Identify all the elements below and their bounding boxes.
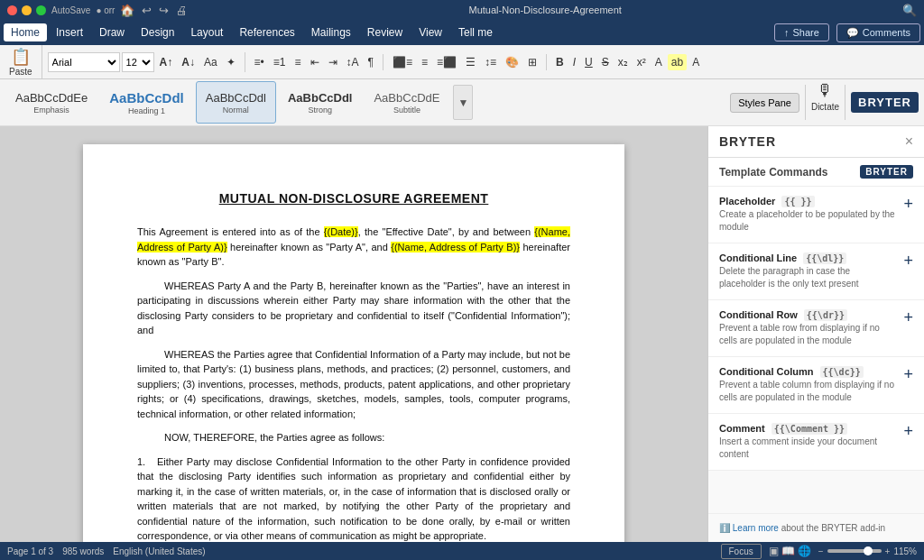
decrease-indent-button[interactable]: ⇤ <box>307 54 323 70</box>
text-effects-button[interactable]: A <box>688 54 703 70</box>
styles-pane-button[interactable]: Styles Pane <box>730 93 799 113</box>
font-size-select[interactable]: 12 <box>122 52 154 72</box>
change-case-button[interactable]: Aa <box>200 54 221 70</box>
document-page[interactable]: MUTUAL NON-DISCLOSURE AGREEMENT This Agr… <box>83 144 624 542</box>
grow-font-button[interactable]: A↑ <box>156 54 177 70</box>
menu-item-tell-me[interactable]: Tell me <box>451 23 500 41</box>
underline-button[interactable]: U <box>581 54 596 70</box>
paragraph-0: This Agreement is entered into as of the… <box>137 225 570 270</box>
subtitle-preview: AaBbCcDdE <box>374 91 439 105</box>
italic-button[interactable]: I <box>569 54 579 70</box>
style-strong[interactable]: AaBbCcDdl Strong <box>278 81 363 124</box>
heading1-preview: AaBbCcDdl <box>109 90 184 106</box>
page-count: Page 1 of 3 <box>7 546 53 556</box>
borders-button[interactable]: ⊞ <box>524 54 541 70</box>
sidebar-panel: BRYTER × Template Commands BRYTER Placeh… <box>707 126 924 542</box>
justify-button[interactable]: ☰ <box>462 54 479 70</box>
superscript-button[interactable]: x² <box>633 54 650 70</box>
close-button[interactable] <box>7 5 17 15</box>
more-styles-button[interactable]: ▼ <box>453 85 473 120</box>
menu-item-mailings[interactable]: Mailings <box>304 23 358 41</box>
subtitle-label: Subtitle <box>393 106 420 115</box>
menu-item-review[interactable]: Review <box>360 23 410 41</box>
menu-item-draw[interactable]: Draw <box>92 23 132 41</box>
focus-button[interactable]: Focus <box>721 544 762 559</box>
dictate-button[interactable]: 🎙 Dictate <box>811 81 839 124</box>
home-icon[interactable]: 🏠 <box>120 4 134 17</box>
zoom-out-button[interactable]: − <box>818 546 824 556</box>
share-button[interactable]: ↑ Share <box>774 23 829 41</box>
conditional-column-code: {{\dc}} <box>820 366 864 378</box>
bold-button[interactable]: B <box>552 54 568 70</box>
shrink-font-button[interactable]: A↓ <box>178 54 199 70</box>
menu-item-home[interactable]: Home <box>4 23 47 41</box>
menu-item-insert[interactable]: Insert <box>49 23 90 41</box>
window-controls[interactable] <box>7 5 46 15</box>
placeholder-desc: Create a placeholder to be populated by … <box>719 208 896 234</box>
command-item-conditional-column[interactable]: Conditional Column {{\dc}} Prevent a tab… <box>708 357 924 414</box>
align-left-button[interactable]: ⬛≡ <box>389 54 416 70</box>
subscript-button[interactable]: x₂ <box>614 54 632 70</box>
command-item-conditional-line[interactable]: Conditional Line {{\dl}} Delete the para… <box>708 243 924 300</box>
menu-item-references[interactable]: References <box>232 23 301 41</box>
zoom-slider[interactable] <box>827 549 882 553</box>
sort-button[interactable]: ↕A <box>343 54 363 70</box>
print-icon[interactable]: 🖨 <box>176 4 188 17</box>
search-icon[interactable]: 🔍 <box>902 4 917 17</box>
zoom-in-button[interactable]: + <box>885 546 891 556</box>
strong-preview: AaBbCcDdl <box>288 91 353 105</box>
info-icon: ℹ️ <box>719 523 730 533</box>
paragraph-section: ≡• ≡1 ≡ ⇤ ⇥ ↕A ¶ <box>251 54 383 70</box>
view-layout-button[interactable]: ▣ <box>769 545 779 557</box>
add-conditional-line-button[interactable]: + <box>903 252 913 269</box>
view-web-button[interactable]: 🌐 <box>798 545 811 557</box>
highlight-button[interactable]: ab <box>668 54 687 70</box>
comment-desc: Insert a comment inside your document co… <box>719 436 896 461</box>
style-emphasis[interactable]: AaBbCcDdEe Emphasis <box>5 81 97 124</box>
bullets-button[interactable]: ≡• <box>251 54 268 70</box>
menu-item-layout[interactable]: Layout <box>183 23 230 41</box>
conditional-column-desc: Prevent a table column from displaying i… <box>719 379 896 404</box>
add-placeholder-button[interactable]: + <box>903 196 913 212</box>
document-area[interactable]: MUTUAL NON-DISCLOSURE AGREEMENT This Agr… <box>0 126 707 542</box>
increase-indent-button[interactable]: ⇥ <box>325 54 341 70</box>
sidebar-close-button[interactable]: × <box>905 133 913 150</box>
shading-button[interactable]: 🎨 <box>502 54 522 70</box>
redo-icon[interactable]: ↪ <box>159 4 169 17</box>
font-select[interactable]: Arial <box>48 52 120 72</box>
style-subtitle[interactable]: AaBbCcDdE Subtitle <box>364 81 449 124</box>
add-comment-button[interactable]: + <box>903 423 913 439</box>
clear-formatting-button[interactable]: ✦ <box>223 54 239 70</box>
paragraph-2: WHEREAS the Parties agree that Confident… <box>137 347 570 422</box>
command-info-conditional-line: Conditional Line {{\dl}} Delete the para… <box>719 252 896 290</box>
learn-more-suffix: about the BRYTER add-in <box>781 523 885 533</box>
add-conditional-row-button[interactable]: + <box>903 309 913 326</box>
minimize-button[interactable] <box>22 5 32 15</box>
menu-item-design[interactable]: Design <box>134 23 181 41</box>
strikethrough-button[interactable]: S <box>598 54 613 70</box>
style-normal[interactable]: AaBbCcDdl Normal <box>196 81 276 124</box>
command-item-placeholder[interactable]: Placeholder {{ }} Create a placeholder t… <box>708 187 924 243</box>
command-item-conditional-row[interactable]: Conditional Row {{\dr}} Prevent a table … <box>708 300 924 357</box>
add-conditional-column-button[interactable]: + <box>903 366 913 382</box>
paste-button[interactable]: 📋 Paste <box>5 45 36 78</box>
align-center-button[interactable]: ≡ <box>418 54 431 70</box>
maximize-button[interactable] <box>36 5 46 15</box>
align-right-button[interactable]: ≡⬛ <box>433 54 460 70</box>
view-read-button[interactable]: 📖 <box>781 545 795 557</box>
style-heading1[interactable]: AaBbCcDdl Heading 1 <box>99 81 194 124</box>
autosave-toggle[interactable]: ● orr <box>96 5 115 15</box>
numbering-button[interactable]: ≡1 <box>270 54 290 70</box>
command-item-comment[interactable]: Comment {{\Comment }} Insert a comment i… <box>708 414 924 471</box>
comments-button[interactable]: 💬 Comments <box>836 23 920 42</box>
multilevel-list-button[interactable]: ≡ <box>291 54 305 70</box>
command-info-comment: Comment {{\Comment }} Insert a comment i… <box>719 423 896 461</box>
bryter-button[interactable]: BRYTER <box>851 92 919 113</box>
menu-item-view[interactable]: View <box>411 23 449 41</box>
undo-icon[interactable]: ↩ <box>142 4 152 17</box>
font-color-button[interactable]: A <box>651 54 666 70</box>
line-spacing-button[interactable]: ↕≡ <box>481 54 500 70</box>
conditional-row-code: {{\dr}} <box>804 309 847 321</box>
learn-more-link[interactable]: Learn more <box>733 523 779 533</box>
show-marks-button[interactable]: ¶ <box>365 54 377 70</box>
